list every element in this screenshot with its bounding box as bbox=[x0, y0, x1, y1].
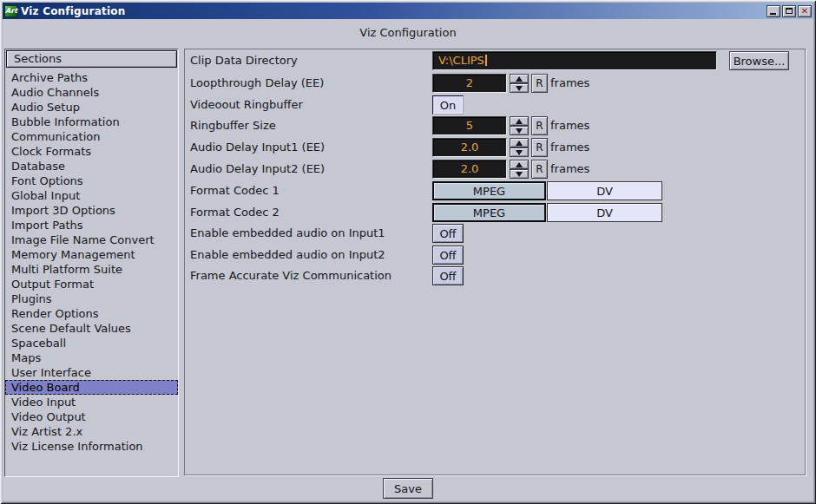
row-frame-accurate: Frame Accurate Viz Communication Off bbox=[185, 266, 805, 285]
sidebar-item-global-input[interactable]: Global Input bbox=[5, 188, 178, 203]
videoout-ringbuffer-toggle[interactable]: On bbox=[432, 95, 464, 115]
embedded-audio-input1-label: Enable embedded audio on Input1 bbox=[190, 224, 385, 243]
loopthrough-delay-reset-button[interactable]: R bbox=[531, 74, 548, 93]
minimize-icon bbox=[770, 13, 776, 15]
viz-configuration-window: Art Viz Configuration ✕ Viz Configuratio… bbox=[0, 0, 816, 504]
row-format-codec-1: Format Codec 1 MPEG DV bbox=[185, 181, 805, 200]
audio-delay-input1-input[interactable]: 2.0 bbox=[432, 138, 507, 157]
clip-data-directory-label: Clip Data Directory bbox=[190, 51, 298, 70]
sidebar-item-database[interactable]: Database bbox=[5, 159, 178, 173]
sidebar-item-plugins[interactable]: Plugins bbox=[5, 291, 178, 306]
embedded-audio-input1-toggle[interactable]: Off bbox=[432, 224, 464, 243]
arrow-down-icon bbox=[516, 128, 523, 134]
loopthrough-delay-input[interactable]: 2 bbox=[432, 74, 507, 93]
audio-delay-input2-input[interactable]: 2.0 bbox=[432, 160, 507, 179]
sidebar-item-scene-default-values[interactable]: Scene Default Values bbox=[5, 321, 178, 336]
sidebar-item-multi-platform-suite[interactable]: Multi Platform Suite bbox=[5, 262, 178, 277]
window-controls: ✕ bbox=[767, 5, 812, 17]
arrow-up-icon bbox=[516, 141, 523, 146]
frames-unit-label: frames bbox=[550, 138, 589, 157]
sidebar-item-memory-management[interactable]: Memory Management bbox=[5, 247, 178, 262]
sidebar-item-video-output[interactable]: Video Output bbox=[5, 409, 178, 424]
maximize-button[interactable] bbox=[782, 5, 796, 17]
format-codec-1-label: Format Codec 1 bbox=[190, 181, 280, 200]
audio-delay-input2-value: 2.0 bbox=[461, 162, 479, 175]
arrow-down-icon bbox=[516, 150, 523, 155]
row-embedded-audio-input1: Enable embedded audio on Input1 Off bbox=[185, 224, 805, 243]
audio-delay-input1-label: Audio Delay Input1 (EE) bbox=[190, 138, 325, 157]
row-loopthrough-delay: Loopthrough Delay (EE) 2 R frames bbox=[185, 74, 805, 93]
sidebar-item-audio-channels[interactable]: Audio Channels bbox=[5, 85, 178, 100]
row-audio-delay-input1: Audio Delay Input1 (EE) 2.0 R frames bbox=[185, 138, 805, 157]
frames-unit-label: frames bbox=[550, 116, 589, 135]
sidebar-item-render-options[interactable]: Render Options bbox=[5, 306, 178, 321]
ringbuffer-size-reset-button[interactable]: R bbox=[531, 116, 548, 135]
sidebar-item-archive-paths[interactable]: Archive Paths bbox=[5, 70, 178, 85]
sidebar-item-audio-setup[interactable]: Audio Setup bbox=[5, 100, 178, 115]
sidebar-item-output-format[interactable]: Output Format bbox=[5, 277, 178, 291]
clip-data-directory-input[interactable]: V:\CLIPS bbox=[432, 51, 717, 70]
sidebar-item-video-input[interactable]: Video Input bbox=[5, 395, 178, 409]
ringbuffer-size-input[interactable]: 5 bbox=[432, 116, 507, 135]
sidebar-item-communication[interactable]: Communication bbox=[5, 129, 178, 144]
ringbuffer-size-label: Ringbuffer Size bbox=[190, 116, 276, 135]
spin-up-button[interactable] bbox=[510, 160, 529, 169]
embedded-audio-input2-toggle[interactable]: Off bbox=[432, 245, 464, 265]
spin-down-button[interactable] bbox=[510, 147, 529, 157]
spin-up-button[interactable] bbox=[510, 116, 529, 126]
audio-delay-input1-spinner bbox=[510, 138, 529, 157]
format-codec-2-label: Format Codec 2 bbox=[190, 203, 280, 222]
app-icon: Art bbox=[4, 5, 17, 17]
sidebar-item-font-options[interactable]: Font Options bbox=[5, 173, 178, 188]
title-bar: Art Viz Configuration ✕ bbox=[3, 3, 813, 19]
close-button[interactable]: ✕ bbox=[798, 5, 812, 17]
sidebar-item-spaceball[interactable]: Spaceball bbox=[5, 336, 178, 350]
spin-down-button[interactable] bbox=[510, 83, 529, 93]
spin-down-button[interactable] bbox=[510, 169, 529, 179]
ringbuffer-size-value: 5 bbox=[466, 119, 473, 132]
audio-delay-input1-reset-button[interactable]: R bbox=[531, 138, 548, 157]
row-videoout-ringbuffer: Videoout Ringbuffer On bbox=[185, 95, 805, 115]
frame-accurate-toggle[interactable]: Off bbox=[432, 266, 464, 285]
videoout-ringbuffer-label: Videoout Ringbuffer bbox=[190, 95, 303, 115]
spin-up-button[interactable] bbox=[510, 138, 529, 147]
sidebar-item-maps[interactable]: Maps bbox=[5, 350, 178, 365]
save-button[interactable]: Save bbox=[383, 478, 433, 499]
arrow-up-icon bbox=[516, 76, 523, 82]
format-codec-1-option-mpeg[interactable]: MPEG bbox=[432, 181, 546, 200]
clip-data-directory-value: V:\CLIPS bbox=[438, 54, 484, 67]
loopthrough-delay-value: 2 bbox=[466, 76, 473, 89]
audio-delay-input2-reset-button[interactable]: R bbox=[531, 160, 548, 179]
sections-header: Sections bbox=[6, 50, 177, 68]
loopthrough-delay-spinner bbox=[510, 74, 529, 93]
sidebar-item-user-interface[interactable]: User Interface bbox=[5, 365, 178, 380]
spin-down-button[interactable] bbox=[510, 126, 529, 135]
arrow-down-icon bbox=[516, 172, 523, 177]
sidebar-item-import-3d-options[interactable]: Import 3D Options bbox=[5, 203, 178, 218]
minimize-button[interactable] bbox=[767, 5, 780, 17]
frames-unit-label: frames bbox=[550, 160, 589, 179]
row-clip-data-directory: Clip Data Directory V:\CLIPS Browse... bbox=[185, 51, 805, 70]
format-codec-2-option-dv[interactable]: DV bbox=[547, 203, 662, 222]
sidebar-item-clock-formats[interactable]: Clock Formats bbox=[5, 144, 178, 159]
arrow-down-icon bbox=[516, 86, 523, 91]
spin-up-button[interactable] bbox=[510, 74, 529, 83]
frame-accurate-label: Frame Accurate Viz Communication bbox=[190, 266, 392, 285]
frames-unit-label: frames bbox=[550, 74, 589, 93]
format-codec-1-option-dv[interactable]: DV bbox=[547, 181, 662, 200]
browse-button[interactable]: Browse... bbox=[729, 51, 789, 70]
arrow-up-icon bbox=[516, 119, 523, 124]
row-format-codec-2: Format Codec 2 MPEG DV bbox=[185, 203, 805, 222]
sidebar-item-viz-artist-2x[interactable]: Viz Artist 2.x bbox=[5, 424, 178, 439]
format-codec-2-option-mpeg[interactable]: MPEG bbox=[432, 203, 546, 222]
sidebar-item-bubble-information[interactable]: Bubble Information bbox=[5, 115, 178, 129]
page-title: Viz Configuration bbox=[0, 26, 816, 39]
close-icon: ✕ bbox=[801, 7, 808, 16]
sections-list: Archive Paths Audio Channels Audio Setup… bbox=[5, 69, 178, 454]
sidebar-item-video-board[interactable]: Video Board bbox=[5, 380, 178, 395]
sidebar-item-viz-license-information[interactable]: Viz License Information bbox=[5, 439, 178, 454]
audio-delay-input2-label: Audio Delay Input2 (EE) bbox=[190, 160, 325, 179]
sidebar-item-import-paths[interactable]: Import Paths bbox=[5, 218, 178, 232]
text-cursor bbox=[485, 55, 487, 66]
sidebar-item-image-file-name-convert[interactable]: Image File Name Convert bbox=[5, 232, 178, 247]
